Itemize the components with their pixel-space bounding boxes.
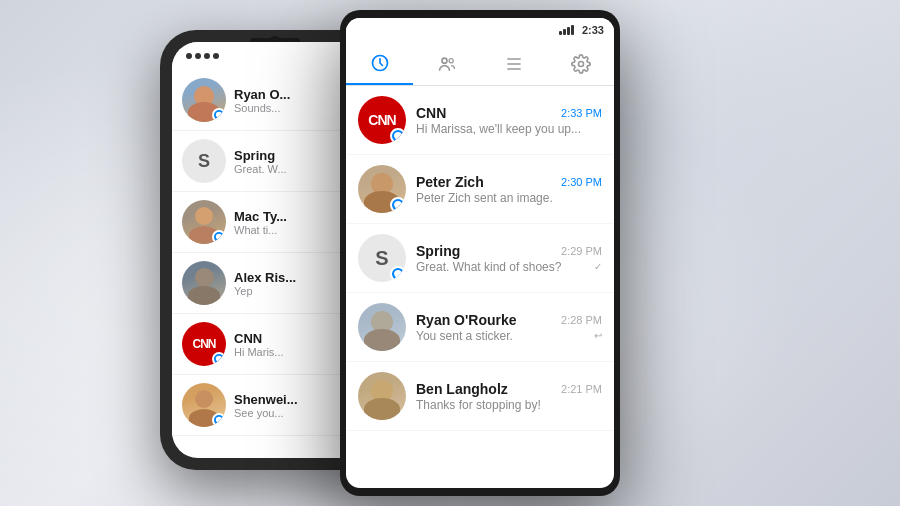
contact-name: Peter Zich (416, 174, 484, 190)
contact-name: Ben Langholz (416, 381, 508, 397)
messenger-badge (212, 230, 226, 244)
avatar (182, 383, 226, 427)
avatar: S (358, 234, 406, 282)
gear-icon (571, 54, 591, 74)
conversation-info: CNN 2:33 PM Hi Marissa, we'll keep you u… (416, 105, 602, 136)
list-item[interactable]: Ben Langholz 2:21 PM Thanks for stopping… (346, 362, 614, 431)
tab-groups[interactable] (413, 42, 480, 85)
android-tab-bar (346, 42, 614, 86)
svg-point-2 (449, 58, 453, 62)
contact-name: Spring (416, 243, 460, 259)
people-icon (437, 54, 457, 74)
signal-bars (559, 25, 574, 35)
iphone-signal (186, 53, 219, 59)
tab-list[interactable] (480, 42, 547, 85)
message-time: 2:30 PM (561, 176, 602, 188)
signal-dot (204, 53, 210, 59)
avatar: CNN (182, 322, 226, 366)
messenger-badge (390, 197, 406, 213)
check-icon: ✓ (594, 261, 602, 272)
list-item[interactable]: Peter Zich 2:30 PM Peter Zich sent an im… (346, 155, 614, 224)
avatar-letter: S (198, 151, 210, 172)
avatar (182, 200, 226, 244)
signal-dot (195, 53, 201, 59)
reply-icon: ↩ (594, 330, 602, 341)
message-preview: Thanks for stopping by! (416, 398, 541, 412)
avatar: S (182, 139, 226, 183)
signal-bar (563, 29, 566, 35)
preview-row: Peter Zich sent an image. (416, 190, 602, 205)
list-item[interactable]: CNN CNN 2:33 PM Hi Marissa, we'll keep y… (346, 86, 614, 155)
avatar-letter: S (375, 247, 388, 270)
preview-row: You sent a sticker. ↩ (416, 328, 602, 343)
message-time: 2:28 PM (561, 314, 602, 326)
svg-point-1 (442, 58, 447, 63)
name-time-row: CNN 2:33 PM (416, 105, 602, 121)
avatar: CNN (358, 96, 406, 144)
conversation-info: Peter Zich 2:30 PM Peter Zich sent an im… (416, 174, 602, 205)
list-item[interactable]: S Spring 2:29 PM Great. What kind of sho… (346, 224, 614, 293)
messenger-badge (212, 108, 226, 122)
cnn-logo-text: CNN (193, 337, 216, 351)
message-time: 2:29 PM (561, 245, 602, 257)
message-preview: Peter Zich sent an image. (416, 191, 553, 205)
signal-bar (567, 27, 570, 35)
clock-icon (370, 53, 390, 73)
contact-name: CNN (416, 105, 446, 121)
android-device: 2:33 (340, 10, 620, 496)
message-time: 2:33 PM (561, 107, 602, 119)
message-preview: Great. What kind of shoes? (416, 260, 561, 274)
svg-point-6 (578, 61, 583, 66)
status-time: 2:33 (582, 24, 604, 36)
message-time: 2:21 PM (561, 383, 602, 395)
preview-row: Great. What kind of shoes? ✓ (416, 259, 602, 274)
list-icon (504, 54, 524, 74)
messenger-badge (212, 413, 226, 427)
avatar (182, 261, 226, 305)
contact-name: Ryan O'Rourke (416, 312, 517, 328)
message-preview: Hi Marissa, we'll keep you up... (416, 122, 581, 136)
android-status-bar: 2:33 (346, 18, 614, 42)
avatar (358, 372, 406, 420)
message-preview: You sent a sticker. (416, 329, 513, 343)
cnn-logo-text: CNN (368, 112, 395, 128)
avatar (358, 165, 406, 213)
preview-row: Thanks for stopping by! (416, 397, 602, 412)
signal-dot (186, 53, 192, 59)
conversation-info: Ben Langholz 2:21 PM Thanks for stopping… (416, 381, 602, 412)
conversation-info: Ryan O'Rourke 2:28 PM You sent a sticker… (416, 312, 602, 343)
messenger-badge (212, 352, 226, 366)
signal-bar (559, 31, 562, 35)
avatar (358, 303, 406, 351)
name-time-row: Peter Zich 2:30 PM (416, 174, 602, 190)
signal-bar (571, 25, 574, 35)
android-conversation-list: CNN CNN 2:33 PM Hi Marissa, we'll keep y… (346, 86, 614, 431)
name-time-row: Ryan O'Rourke 2:28 PM (416, 312, 602, 328)
android-screen: 2:33 (346, 18, 614, 488)
messenger-badge (390, 266, 406, 282)
name-time-row: Ben Langholz 2:21 PM (416, 381, 602, 397)
messenger-badge (390, 128, 406, 144)
avatar (182, 78, 226, 122)
tab-settings[interactable] (547, 42, 614, 85)
signal-dot (213, 53, 219, 59)
name-time-row: Spring 2:29 PM (416, 243, 602, 259)
conversation-info: Spring 2:29 PM Great. What kind of shoes… (416, 243, 602, 274)
list-item[interactable]: Ryan O'Rourke 2:28 PM You sent a sticker… (346, 293, 614, 362)
preview-row: Hi Marissa, we'll keep you up... (416, 121, 602, 136)
tab-recent[interactable] (346, 42, 413, 85)
